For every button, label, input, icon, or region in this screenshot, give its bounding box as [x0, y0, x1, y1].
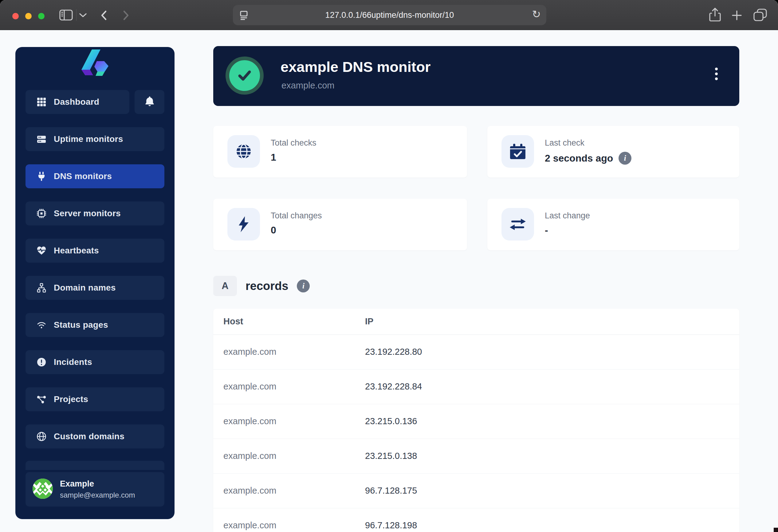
sidebar-item-label: DNS monitors: [54, 171, 112, 181]
server-stack-icon: [36, 134, 47, 144]
sidebar-item-label: Projects: [54, 394, 88, 404]
table-row: example.com 23.192.228.84: [213, 369, 739, 404]
sidebar-item-heartbeats[interactable]: Heartbeats: [25, 239, 164, 263]
column-header-ip: IP: [355, 309, 739, 335]
status-up-icon: [226, 57, 264, 95]
ip-cell: 23.215.0.136: [355, 404, 739, 439]
stat-card-total-changes: Total changes 0: [213, 199, 467, 250]
monitor-hostname: example.com: [282, 81, 334, 91]
table-header-row: Host IP: [213, 309, 739, 335]
sidebar-item-server-monitors[interactable]: Server monitors: [25, 201, 164, 226]
table-row: example.com 23.215.0.138: [213, 439, 739, 473]
page-content: Dashboard: [0, 30, 778, 532]
page-title: example DNS monitor: [281, 58, 431, 75]
sidebar-item-label: Heartbeats: [54, 246, 99, 256]
minimize-window-button[interactable]: [25, 13, 32, 19]
user-name: Example: [60, 479, 135, 489]
user-email: sample@example.com: [60, 491, 135, 500]
heart-pulse-icon: [36, 245, 47, 256]
kebab-menu-icon[interactable]: [712, 65, 720, 83]
sidebar-item-label: Uptime monitors: [54, 134, 123, 144]
stat-value: -: [545, 225, 548, 236]
address-bar[interactable]: 127.0.0.1/66uptime/dns-monitor/10 ↻: [233, 5, 546, 25]
calendar-check-icon: [501, 135, 534, 168]
url-text: 127.0.0.1/66uptime/dns-monitor/10: [233, 5, 546, 25]
sidebar: Dashboard: [15, 47, 174, 519]
user-card[interactable]: Example sample@example.com: [25, 472, 164, 507]
sidebar-toggle-icon[interactable]: [59, 9, 73, 21]
sidebar-item-label: Custom domains: [54, 432, 125, 441]
stat-value: 0: [271, 225, 276, 236]
table-row: example.com 96.7.128.198: [213, 508, 739, 532]
sidebar-item-uptime-monitors[interactable]: Uptime monitors: [25, 127, 164, 151]
sidebar-item-label: Domain names: [54, 283, 116, 293]
info-icon[interactable]: i: [297, 279, 310, 292]
sidebar-item-status-pages[interactable]: Status pages: [25, 313, 164, 337]
cpu-icon: [36, 208, 47, 219]
notifications-button[interactable]: [135, 90, 164, 114]
records-table-card: Host IP example.com 23.192.228.80 exampl…: [213, 309, 739, 532]
host-cell: example.com: [213, 473, 355, 508]
stat-label: Last change: [545, 211, 590, 220]
sidebar-item-dns-monitors[interactable]: DNS monitors: [25, 164, 164, 188]
globe-icon: [227, 135, 260, 168]
forward-icon[interactable]: [121, 9, 132, 21]
stat-value: 1: [271, 152, 276, 163]
new-tab-icon[interactable]: [731, 9, 743, 21]
host-cell: example.com: [213, 369, 355, 404]
table-row: example.com 23.215.0.136: [213, 404, 739, 439]
stat-card-last-change: Last change -: [487, 199, 739, 250]
browser-window: 127.0.0.1/66uptime/dns-monitor/10 ↻: [0, 0, 778, 532]
records-title: records: [245, 279, 288, 293]
back-icon[interactable]: [98, 9, 109, 21]
records-section-header: A records i: [213, 276, 310, 296]
tab-overview-icon[interactable]: [753, 8, 768, 22]
alert-circle-icon: [36, 357, 47, 367]
screenshot-root: 127.0.0.1/66uptime/dns-monitor/10 ↻: [0, 0, 778, 532]
sidebar-item-projects[interactable]: Projects: [25, 387, 164, 411]
close-window-button[interactable]: [12, 13, 19, 19]
stat-card-last-check: Last check 2 seconds ago i: [487, 126, 739, 178]
share-icon[interactable]: [709, 7, 721, 23]
sidebar-item-domain-names[interactable]: Domain names: [25, 276, 164, 300]
info-icon[interactable]: i: [619, 152, 631, 165]
stat-label: Last check: [545, 138, 631, 148]
host-cell: example.com: [213, 508, 355, 532]
ip-cell: 96.7.128.198: [355, 508, 739, 532]
swap-arrows-icon: [501, 208, 534, 241]
sidebar-item-label: Status pages: [54, 320, 108, 330]
toolbar-divider: [76, 9, 77, 21]
avatar: [32, 478, 53, 500]
column-header-host: Host: [213, 309, 355, 335]
host-cell: example.com: [213, 439, 355, 473]
stat-label: Total changes: [271, 211, 322, 220]
sidebar-item-label: Incidents: [54, 357, 92, 367]
screen-corner-artifact: [774, 528, 778, 532]
bolt-icon: [227, 208, 260, 241]
stat-label: Total checks: [271, 138, 316, 148]
host-cell: example.com: [213, 335, 355, 369]
sidebar-item-partial[interactable]: [25, 461, 164, 470]
chevron-down-icon[interactable]: [79, 12, 87, 18]
record-type-badge: A: [213, 276, 237, 296]
sidebar-item-label: Server monitors: [54, 208, 121, 218]
table-row: example.com 96.7.128.175: [213, 473, 739, 508]
bell-icon: [144, 96, 155, 108]
sidebar-item-incidents[interactable]: Incidents: [25, 350, 164, 374]
records-table: Host IP example.com 23.192.228.80 exampl…: [213, 309, 739, 532]
host-cell: example.com: [213, 404, 355, 439]
plug-icon: [36, 171, 47, 182]
browser-toolbar: 127.0.0.1/66uptime/dns-monitor/10 ↻: [0, 0, 778, 30]
sidebar-item-label: Dashboard: [54, 97, 99, 107]
monitor-header-card: example DNS monitor example.com: [213, 46, 739, 106]
share-nodes-icon: [36, 394, 47, 405]
sidebar-item-dashboard[interactable]: Dashboard: [25, 90, 129, 114]
ip-cell: 23.192.228.84: [355, 369, 739, 404]
zoom-window-button[interactable]: [38, 13, 45, 19]
reload-icon[interactable]: ↻: [532, 9, 541, 19]
table-row: example.com 23.192.228.80: [213, 335, 739, 369]
sitemap-icon: [36, 283, 47, 293]
sidebar-item-custom-domains[interactable]: Custom domains: [25, 425, 164, 448]
app-logo[interactable]: [25, 49, 164, 77]
ip-cell: 96.7.128.175: [355, 473, 739, 508]
